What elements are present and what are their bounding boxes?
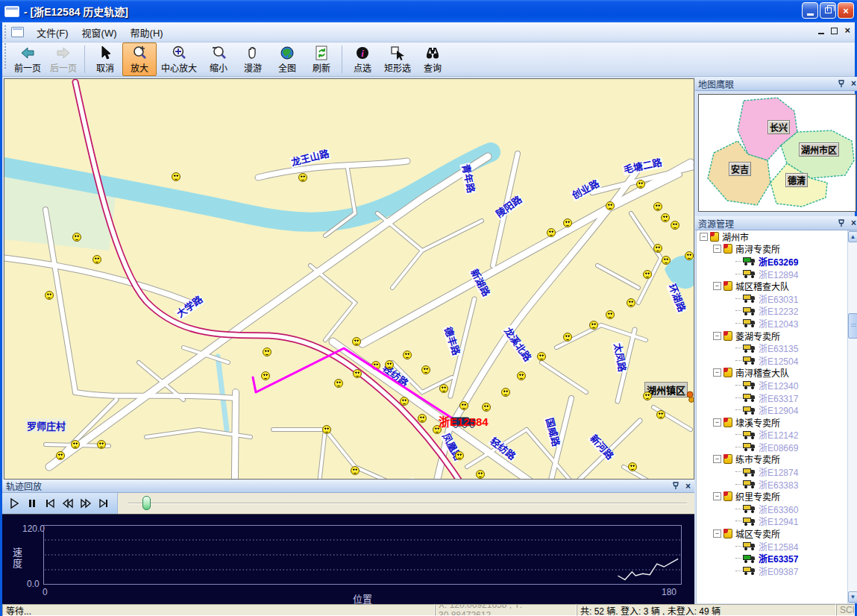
poi-smiley-marker[interactable] [385, 360, 394, 369]
poi-smiley-marker[interactable] [685, 251, 694, 260]
poi-smiley-marker[interactable] [643, 270, 652, 279]
slider-thumb[interactable] [142, 496, 151, 510]
tree-group-织里专卖所[interactable]: −织里专卖所 [697, 490, 848, 503]
tree-group-南浔专卖所[interactable]: −南浔专卖所 [697, 243, 848, 256]
playback-pause-button[interactable] [23, 495, 40, 512]
playback-slider[interactable] [118, 493, 694, 514]
toolbar-button-中心放大[interactable]: 中心放大 [157, 43, 201, 76]
tree-collapse-icon[interactable]: − [713, 282, 721, 290]
close-button[interactable]: × [838, 2, 854, 19]
tree-group-埭溪专卖所[interactable]: −埭溪专卖所 [697, 416, 848, 429]
close-panel-icon[interactable]: × [851, 78, 856, 89]
poi-smiley-marker[interactable] [501, 388, 510, 397]
poi-smiley-marker[interactable] [421, 365, 430, 374]
tree-group-城区专卖所[interactable]: −城区专卖所 [697, 527, 848, 540]
mdi-close-icon[interactable]: × [844, 27, 850, 34]
poi-smiley-marker[interactable] [418, 414, 427, 423]
poi-smiley-marker[interactable] [482, 403, 491, 412]
poi-smiley-marker[interactable] [400, 397, 409, 406]
tree-vehicle-浙E63360[interactable]: 浙E63360 [697, 503, 848, 515]
tree-vehicle-浙E09387[interactable]: 浙E09387 [697, 565, 848, 577]
mdi-child-icon[interactable] [11, 27, 24, 37]
restore-button[interactable] [820, 2, 836, 19]
poi-smiley-marker[interactable] [643, 392, 652, 400]
toolbar-button-缩小[interactable]: 缩小 [201, 43, 236, 76]
menubar-grip[interactable] [4, 25, 7, 40]
menu-item-2[interactable]: 帮助(H) [124, 23, 170, 42]
tree-vehicle-浙E63031[interactable]: 浙E63031 [697, 292, 848, 305]
poi-smiley-marker[interactable] [71, 440, 80, 449]
playback-step-start-button[interactable] [41, 495, 58, 512]
close-panel-icon[interactable]: × [851, 218, 856, 228]
tree-vehicle-浙E08669[interactable]: 浙E08669 [697, 441, 848, 453]
poi-smiley-marker[interactable] [45, 291, 54, 300]
tree-vehicle-浙E12340[interactable]: 浙E12340 [697, 379, 848, 392]
pin-icon[interactable] [672, 482, 679, 490]
tree-collapse-icon[interactable]: − [713, 368, 721, 377]
poi-smiley-marker[interactable] [455, 451, 464, 460]
poi-smiley-marker[interactable] [92, 255, 101, 264]
scroll-thumb[interactable] [848, 313, 857, 339]
poi-smiley-marker[interactable] [353, 369, 362, 378]
poi-smiley-marker[interactable] [351, 466, 360, 475]
toolbar-button-放大[interactable]: 放大 [122, 43, 157, 76]
toolbar-button-矩形选[interactable]: 矩形选 [380, 43, 415, 76]
poi-smiley-marker[interactable] [656, 410, 665, 419]
tree-group-城区稽查大队[interactable]: −城区稽查大队 [697, 280, 848, 292]
toolbar-button-取消[interactable]: 取消 [88, 43, 122, 76]
poi-smiley-marker[interactable] [606, 310, 615, 319]
menu-item-1[interactable]: 视窗(W) [75, 23, 124, 42]
tree-vehicle-浙E12941[interactable]: 浙E12941 [697, 515, 848, 528]
tree-vehicle-浙E63135[interactable]: 浙E63135 [697, 342, 848, 354]
poi-smiley-marker[interactable] [72, 233, 81, 242]
playback-rewind-button[interactable] [59, 495, 76, 512]
toolbar-button-漫游[interactable]: 漫游 [236, 43, 270, 76]
playback-fast-forward-button[interactable] [77, 495, 94, 512]
tree-group-菱湖专卖所[interactable]: −菱湖专卖所 [697, 330, 848, 342]
poi-smiley-marker[interactable] [563, 219, 572, 227]
tree-vehicle-浙E12904[interactable]: 浙E12904 [697, 403, 848, 416]
tree-vehicle-浙E63269[interactable]: 浙E63269 [697, 255, 848, 268]
toolbar-button-全图[interactable]: 全图 [270, 43, 304, 76]
toolbar-button-前一页[interactable]: 前一页 [10, 43, 45, 76]
poi-smiley-marker[interactable] [653, 244, 662, 253]
poi-smiley-marker[interactable] [352, 337, 361, 346]
tree-vehicle-浙E12874[interactable]: 浙E12874 [697, 465, 848, 478]
toolbar-button-后一页[interactable]: 后一页 [45, 43, 81, 76]
poi-smiley-marker[interactable] [589, 321, 598, 330]
poi-smiley-marker[interactable] [606, 201, 615, 210]
tree-vehicle-浙E12043[interactable]: 浙E12043 [697, 317, 848, 330]
poi-smiley-marker[interactable] [653, 202, 662, 211]
poi-smiley-marker[interactable] [439, 384, 448, 393]
poi-smiley-marker[interactable] [547, 228, 556, 237]
poi-smiley-marker[interactable] [261, 371, 270, 380]
toolbar-button-刷新[interactable]: 刷新 [304, 43, 339, 76]
toolbar-button-点选[interactable]: i点选 [345, 43, 380, 76]
poi-smiley-marker[interactable] [671, 221, 679, 230]
poi-smiley-marker[interactable] [97, 440, 106, 449]
tree-vehicle-浙E63357[interactable]: 浙E63357 [697, 552, 848, 565]
poi-smiley-marker[interactable] [172, 172, 180, 181]
poi-smiley-marker[interactable] [263, 348, 271, 356]
poi-smiley-marker[interactable] [459, 401, 468, 410]
poi-smiley-marker[interactable] [537, 352, 546, 361]
tree-collapse-icon[interactable]: − [713, 418, 721, 427]
tree-vehicle-浙E12232[interactable]: 浙E12232 [697, 305, 848, 318]
poi-smiley-marker[interactable] [56, 451, 65, 460]
mdi-restore-icon[interactable] [831, 28, 838, 34]
map-canvas[interactable]: 龙王山路青年路毛塘二路创业路陵阳路环湖路新湖路大学路德丰路龙溪北路轻纺路太凤路国… [4, 78, 694, 480]
pin-icon[interactable] [838, 219, 845, 227]
poi-smiley-marker[interactable] [334, 379, 343, 388]
poi-smiley-marker[interactable] [403, 351, 412, 359]
tree-scrollbar[interactable]: ▲ ▼ [847, 230, 857, 603]
poi-smiley-marker[interactable] [371, 361, 380, 370]
mdi-minimize-icon[interactable] [818, 33, 824, 34]
poi-smiley-marker[interactable] [298, 173, 307, 182]
poi-smiley-marker[interactable] [476, 470, 485, 479]
tree-vehicle-浙E63317[interactable]: 浙E63317 [697, 392, 848, 404]
minimize-button[interactable] [802, 2, 818, 19]
tree-collapse-icon[interactable]: − [713, 245, 721, 253]
tree-collapse-icon[interactable]: − [713, 332, 721, 340]
close-panel-icon[interactable]: × [685, 481, 691, 491]
toolbar-grip[interactable] [4, 43, 7, 69]
